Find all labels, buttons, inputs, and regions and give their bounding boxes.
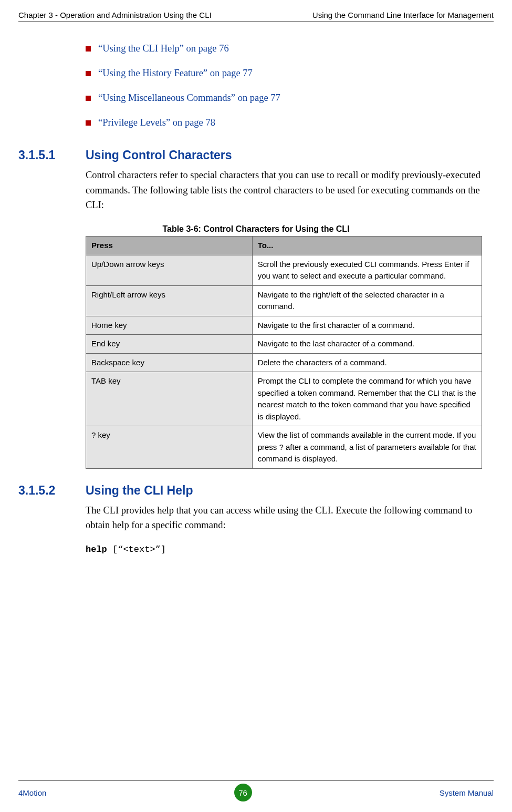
- table-header-row: Press To...: [86, 237, 482, 255]
- cell-press: TAB key: [86, 372, 253, 426]
- xref-link[interactable]: “Using the CLI Help” on page 76: [98, 43, 229, 54]
- table-row: TAB key Prompt the CLI to complete the c…: [86, 372, 482, 426]
- table-caption: Table 3-6: Control Characters for Using …: [18, 224, 494, 234]
- header-left: Chapter 3 - Operation and Administration…: [18, 11, 212, 19]
- table-row: Backspace key Delete the characters of a…: [86, 353, 482, 372]
- xref-link[interactable]: “Using Miscellaneous Commands” on page 7…: [98, 92, 280, 104]
- cell-press: End key: [86, 335, 253, 354]
- page-footer: 4Motion 76 System Manual: [18, 780, 494, 801]
- page-header: Chapter 3 - Operation and Administration…: [18, 11, 494, 22]
- page-number-badge: 76: [234, 784, 252, 801]
- section-number: 3.1.5.2: [18, 484, 86, 498]
- xref-bullet-item: “Using the History Feature” on page 77: [86, 68, 494, 79]
- square-bullet-icon: [86, 120, 91, 126]
- section-title: Using the CLI Help: [86, 484, 193, 498]
- table-row: Up/Down arrow keys Scroll the previously…: [86, 255, 482, 285]
- xref-bullet-item: “Privilege Levels” on page 78: [86, 117, 494, 128]
- square-bullet-icon: [86, 96, 91, 101]
- cell-press: Home key: [86, 316, 253, 335]
- cell-to: Navigate to the right/left of the select…: [252, 285, 482, 316]
- footer-manual: System Manual: [440, 788, 494, 797]
- xref-link[interactable]: “Privilege Levels” on page 78: [98, 117, 215, 128]
- code-command: help: [86, 544, 107, 554]
- header-right: Using the Command Line Interface for Man…: [312, 11, 494, 19]
- cell-to: Delete the characters of a command.: [252, 353, 482, 372]
- xref-bullet-item: “Using Miscellaneous Commands” on page 7…: [86, 92, 494, 104]
- col-header-to: To...: [252, 237, 482, 255]
- cell-to: View the list of commands available in t…: [252, 426, 482, 469]
- table-row: End key Navigate to the last character o…: [86, 335, 482, 354]
- control-characters-table: Press To... Up/Down arrow keys Scroll th…: [86, 236, 482, 469]
- table-row: ? key View the list of commands availabl…: [86, 426, 482, 469]
- xref-bullet-item: “Using the CLI Help” on page 76: [86, 43, 494, 54]
- table-row: Right/Left arrow keys Navigate to the ri…: [86, 285, 482, 316]
- code-argument: [“<text>”]: [107, 544, 166, 554]
- cell-press: Right/Left arrow keys: [86, 285, 253, 316]
- square-bullet-icon: [86, 46, 91, 52]
- table-row: Home key Navigate to the first character…: [86, 316, 482, 335]
- code-sample: help [“<text>”]: [86, 544, 494, 554]
- xref-link[interactable]: “Using the History Feature” on page 77: [98, 68, 253, 79]
- section-heading: 3.1.5.2 Using the CLI Help: [18, 484, 494, 498]
- cell-press: Up/Down arrow keys: [86, 255, 253, 285]
- cell-press: ? key: [86, 426, 253, 469]
- paragraph: The CLI provides help that you can acces…: [86, 503, 494, 533]
- cell-to: Navigate to the last character of a comm…: [252, 335, 482, 354]
- section-number: 3.1.5.1: [18, 148, 86, 162]
- paragraph: Control characters refer to special char…: [86, 168, 494, 213]
- section-title: Using Control Characters: [86, 148, 232, 162]
- square-bullet-icon: [86, 71, 91, 76]
- cell-to: Prompt the CLI to complete the command f…: [252, 372, 482, 426]
- cell-press: Backspace key: [86, 353, 253, 372]
- section-heading: 3.1.5.1 Using Control Characters: [18, 148, 494, 162]
- cell-to: Navigate to the first character of a com…: [252, 316, 482, 335]
- footer-product: 4Motion: [18, 788, 46, 797]
- col-header-press: Press: [86, 237, 253, 255]
- cell-to: Scroll the previously executed CLI comma…: [252, 255, 482, 285]
